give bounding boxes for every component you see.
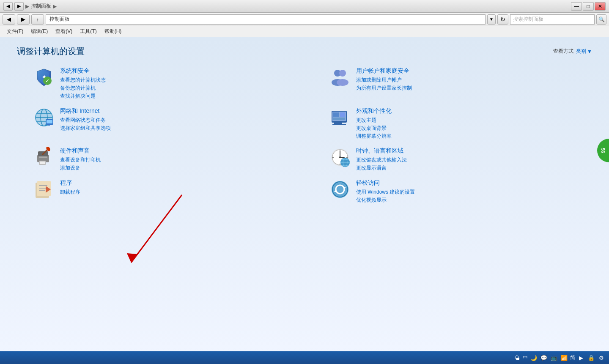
category-appearance: 外观和个性化 更改主题 更改桌面背景 调整屏幕分辨率 [330,107,592,141]
system-security-link-1[interactable]: 备份您的计算机 [60,84,296,92]
search-field[interactable]: 搜索控制面板 [510,14,595,25]
network-icon [34,107,54,128]
svg-marker-57 [127,253,137,263]
clock-link-1[interactable]: 更改显示语言 [356,164,592,172]
taskbar-icon-moon[interactable]: 🌙 [529,353,538,362]
refresh-icon: ↻ [500,16,505,23]
title-bar-left: ◀ ▶ ▶ 控制面板 ▶ [3,2,57,11]
clock-icon [330,147,350,167]
refresh-button[interactable]: ↻ [497,14,508,25]
hardware-link-0[interactable]: 查看设备和打印机 [60,156,296,164]
chevron-down-icon: ▼ [489,17,494,22]
nav-forward-button[interactable]: ▶ [17,14,30,25]
clock-link-0[interactable]: 更改键盘或其他输入法 [356,156,592,164]
system-security-link-0[interactable]: 查看您的计算机状态 [60,76,296,84]
programs-title[interactable]: 程序 [60,179,296,187]
back-button[interactable]: ◀ [3,2,13,11]
user-accounts-link-1[interactable]: 为所有用户设置家长控制 [356,84,592,92]
hardware-icon [34,147,54,167]
green-circle-text: 56 [601,148,606,153]
category-user-accounts: 用户帐户和家庭安全 添加或删除用户帐户 为所有用户设置家长控制 [330,67,592,101]
content-area: 调整计算机的设置 查看方式 类别 ▼ [0,37,609,351]
content-header: 调整计算机的设置 查看方式 类别 ▼ [17,46,592,57]
categories-grid: ✦ ✓ 系统和安全 查看您的计算机状态 备份您的计算机 查找并解决问题 [34,67,592,204]
accessibility-icon [330,179,350,200]
accessibility-link-1[interactable]: 优化视频显示 [356,196,592,204]
taskbar-icon-network[interactable]: 📶 [560,353,568,362]
taskbar-icon-display[interactable]: 📺 [550,353,558,362]
user-accounts-link-0[interactable]: 添加或删除用户帐户 [356,76,592,84]
taskbar-icon-speech[interactable]: 💬 [540,353,548,362]
appearance-link-0[interactable]: 更改主题 [356,116,592,124]
address-field[interactable]: 控制面板 [46,14,486,25]
appearance-icon [330,107,350,128]
breadcrumb-separator: ▶ [25,3,29,9]
maximize-button[interactable]: □ [583,2,594,11]
svg-point-4 [339,70,346,77]
category-system-security: ✦ ✓ 系统和安全 查看您的计算机状态 备份您的计算机 查找并解决问题 [34,67,296,101]
programs-link-0[interactable]: 卸载程序 [60,188,296,196]
user-accounts-text: 用户帐户和家庭安全 添加或删除用户帐户 为所有用户设置家长控制 [356,67,592,92]
close-button[interactable]: ✕ [595,2,606,11]
forward-icon: ▶ [17,3,21,9]
system-security-text: 系统和安全 查看您的计算机状态 备份您的计算机 查找并解决问题 [60,67,296,101]
minimize-button[interactable]: — [571,2,582,11]
menu-bar: 文件(F) 编辑(E) 查看(V) 工具(T) 帮助(H) [0,26,609,37]
hardware-text: 硬件和声音 查看设备和打印机 添加设备 [60,147,296,172]
green-circle-badge: 56 [597,139,609,162]
title-bar: ◀ ▶ ▶ 控制面板 ▶ — □ ✕ [0,0,609,13]
address-text: 控制面板 [49,16,70,23]
category-hardware: 硬件和声音 查看设备和打印机 添加设备 [34,147,296,172]
svg-rect-15 [47,120,52,123]
network-link-1[interactable]: 选择家庭组和共享选项 [60,124,296,132]
menu-tools[interactable]: 工具(T) [77,27,100,36]
system-security-title[interactable]: 系统和安全 [60,67,296,75]
view-dropdown[interactable]: 类别 ▼ [576,48,592,55]
clock-title[interactable]: 时钟、语言和区域 [356,147,592,155]
menu-file[interactable]: 文件(F) [3,27,27,36]
category-programs: 程序 卸载程序 [34,179,296,204]
svg-point-52 [332,181,348,198]
svg-text:✓: ✓ [45,78,49,84]
accessibility-text: 轻松访问 使用 Windows 建议的设置 优化视频显示 [356,179,592,204]
address-dropdown-button[interactable]: ▼ [487,14,496,25]
menu-edit[interactable]: 编辑(E) [27,27,51,36]
system-security-icon: ✦ ✓ [34,67,54,88]
taskbar-icon-lock[interactable]: 🔒 [587,353,595,362]
back-icon: ◀ [6,3,10,9]
appearance-title[interactable]: 外观和个性化 [356,107,592,115]
hardware-link-1[interactable]: 添加设备 [60,164,296,172]
svg-rect-21 [333,118,345,120]
category-label: 类别 [576,48,586,55]
network-title[interactable]: 网络和 Internet [60,107,296,115]
accessibility-title[interactable]: 轻松访问 [356,179,592,187]
view-label: 查看方式 [553,48,573,55]
category-network: 网络和 Internet 查看网络状态和任务 选择家庭组和共享选项 [34,107,296,141]
nav-up-button[interactable]: ↑ [31,14,44,25]
system-security-link-2[interactable]: 查找并解决问题 [60,92,296,100]
taskbar-icon-settings[interactable]: ⚙ [597,353,606,362]
svg-rect-20 [340,112,345,117]
svg-rect-48 [39,185,47,186]
search-button[interactable]: 🔍 [596,14,606,25]
network-link-0[interactable]: 查看网络状态和任务 [60,116,296,124]
svg-rect-23 [338,123,342,124]
forward-button[interactable]: ▶ [14,2,24,11]
category-clock: 时钟、语言和区域 更改键盘或其他输入法 更改显示语言 [330,147,592,172]
nav-back-button[interactable]: ◀ [3,14,15,25]
view-options: 查看方式 类别 ▼ [553,48,592,55]
appearance-link-2[interactable]: 调整屏幕分辨率 [356,132,592,140]
menu-help[interactable]: 帮助(H) [101,27,125,36]
user-accounts-icon [330,67,350,88]
taskbar-icon-media[interactable]: ▶ [577,353,585,362]
category-accessibility: 轻松访问 使用 Windows 建议的设置 优化视频显示 [330,179,592,204]
svg-rect-22 [334,123,338,124]
taskbar-icon-weather[interactable]: 🌤 [513,353,521,362]
svg-point-6 [337,79,348,86]
menu-view[interactable]: 查看(V) [52,27,76,36]
network-text: 网络和 Internet 查看网络状态和任务 选择家庭组和共享选项 [60,107,296,132]
appearance-link-1[interactable]: 更改桌面背景 [356,124,592,132]
hardware-title[interactable]: 硬件和声音 [60,147,296,155]
user-accounts-title[interactable]: 用户帐户和家庭安全 [356,67,592,75]
accessibility-link-0[interactable]: 使用 Windows 建议的设置 [356,188,592,196]
